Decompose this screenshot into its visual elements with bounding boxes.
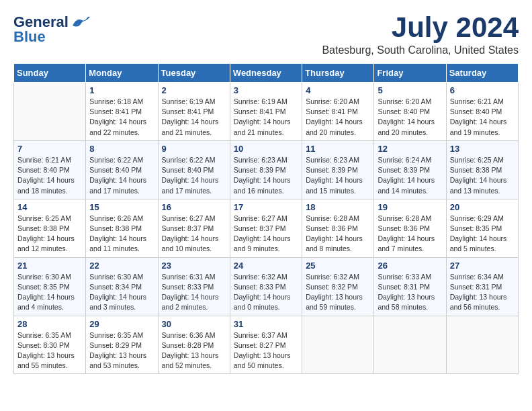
day-number: 13	[450, 144, 515, 154]
day-number: 29	[89, 319, 154, 329]
day-number: 14	[17, 202, 82, 212]
day-info: Sunrise: 6:23 AMSunset: 8:39 PMDaylight:…	[234, 155, 298, 196]
calendar-cell: 11Sunrise: 6:23 AMSunset: 8:39 PMDayligh…	[302, 140, 374, 199]
day-number: 27	[450, 261, 515, 271]
weekday-header: Tuesday	[158, 64, 230, 83]
day-number: 20	[450, 202, 515, 212]
calendar-cell: 5Sunrise: 6:20 AMSunset: 8:40 PMDaylight…	[374, 83, 446, 141]
location-title: Batesburg, South Carolina, United States	[322, 44, 519, 56]
day-number: 16	[162, 202, 226, 212]
day-number: 21	[17, 261, 82, 271]
page-header: General Blue July 2024 Batesburg, South …	[13, 13, 519, 56]
day-number: 18	[306, 202, 370, 212]
day-number: 30	[162, 319, 226, 329]
calendar-cell: 1Sunrise: 6:18 AMSunset: 8:41 PMDaylight…	[86, 83, 158, 141]
day-info: Sunrise: 6:19 AMSunset: 8:41 PMDaylight:…	[162, 97, 226, 138]
calendar-cell: 26Sunrise: 6:33 AMSunset: 8:31 PMDayligh…	[374, 257, 446, 316]
calendar-cell: 29Sunrise: 6:35 AMSunset: 8:29 PMDayligh…	[86, 316, 158, 374]
calendar-cell: 16Sunrise: 6:27 AMSunset: 8:37 PMDayligh…	[158, 199, 230, 257]
day-number: 2	[162, 85, 226, 95]
day-number: 17	[234, 202, 298, 212]
day-number: 7	[17, 144, 82, 154]
calendar-cell: 19Sunrise: 6:28 AMSunset: 8:36 PMDayligh…	[374, 199, 446, 257]
calendar-cell: 6Sunrise: 6:21 AMSunset: 8:40 PMDaylight…	[446, 83, 518, 141]
day-number: 25	[306, 261, 370, 271]
calendar-cell: 13Sunrise: 6:25 AMSunset: 8:38 PMDayligh…	[446, 140, 518, 199]
weekday-header: Saturday	[446, 64, 518, 83]
day-info: Sunrise: 6:32 AMSunset: 8:32 PMDaylight:…	[306, 272, 370, 313]
day-number: 28	[17, 319, 82, 329]
calendar-cell: 24Sunrise: 6:32 AMSunset: 8:33 PMDayligh…	[230, 257, 302, 316]
calendar-cell: 14Sunrise: 6:25 AMSunset: 8:38 PMDayligh…	[14, 199, 86, 257]
weekday-header: Sunday	[14, 64, 86, 83]
day-info: Sunrise: 6:35 AMSunset: 8:29 PMDaylight:…	[89, 330, 154, 371]
calendar-cell: 3Sunrise: 6:19 AMSunset: 8:41 PMDaylight…	[230, 83, 302, 141]
calendar-cell: 21Sunrise: 6:30 AMSunset: 8:35 PMDayligh…	[14, 257, 86, 316]
calendar-cell	[374, 316, 446, 374]
day-number: 1	[89, 85, 154, 95]
day-info: Sunrise: 6:21 AMSunset: 8:40 PMDaylight:…	[450, 97, 515, 138]
day-number: 3	[234, 85, 298, 95]
day-info: Sunrise: 6:20 AMSunset: 8:40 PMDaylight:…	[378, 97, 442, 138]
day-info: Sunrise: 6:25 AMSunset: 8:38 PMDaylight:…	[17, 214, 82, 255]
day-info: Sunrise: 6:33 AMSunset: 8:31 PMDaylight:…	[378, 272, 442, 313]
calendar-table: SundayMondayTuesdayWednesdayThursdayFrid…	[13, 63, 519, 374]
day-info: Sunrise: 6:18 AMSunset: 8:41 PMDaylight:…	[89, 97, 154, 138]
calendar-cell	[302, 316, 374, 374]
logo-text-blue: Blue	[13, 28, 46, 46]
calendar-cell: 17Sunrise: 6:27 AMSunset: 8:37 PMDayligh…	[230, 199, 302, 257]
calendar-week-row: 21Sunrise: 6:30 AMSunset: 8:35 PMDayligh…	[14, 257, 519, 316]
month-title: July 2024	[322, 13, 519, 42]
day-info: Sunrise: 6:35 AMSunset: 8:30 PMDaylight:…	[17, 330, 82, 371]
day-info: Sunrise: 6:19 AMSunset: 8:41 PMDaylight:…	[234, 97, 298, 138]
day-info: Sunrise: 6:22 AMSunset: 8:40 PMDaylight:…	[89, 155, 154, 196]
calendar-cell: 28Sunrise: 6:35 AMSunset: 8:30 PMDayligh…	[14, 316, 86, 374]
day-info: Sunrise: 6:27 AMSunset: 8:37 PMDaylight:…	[162, 214, 226, 255]
calendar-cell: 25Sunrise: 6:32 AMSunset: 8:32 PMDayligh…	[302, 257, 374, 316]
day-number: 26	[378, 261, 442, 271]
calendar-week-row: 7Sunrise: 6:21 AMSunset: 8:40 PMDaylight…	[14, 140, 519, 199]
day-info: Sunrise: 6:36 AMSunset: 8:28 PMDaylight:…	[162, 330, 226, 371]
calendar-week-row: 28Sunrise: 6:35 AMSunset: 8:30 PMDayligh…	[14, 316, 519, 374]
weekday-header: Friday	[374, 64, 446, 83]
day-info: Sunrise: 6:26 AMSunset: 8:38 PMDaylight:…	[89, 214, 154, 255]
day-number: 4	[306, 85, 370, 95]
weekday-header: Monday	[86, 64, 158, 83]
calendar-cell: 8Sunrise: 6:22 AMSunset: 8:40 PMDaylight…	[86, 140, 158, 199]
day-number: 9	[162, 144, 226, 154]
logo-bird-icon	[71, 16, 90, 28]
calendar-cell	[14, 83, 86, 141]
title-area: July 2024 Batesburg, South Carolina, Uni…	[322, 13, 519, 56]
day-number: 12	[378, 144, 442, 154]
calendar-cell: 31Sunrise: 6:37 AMSunset: 8:27 PMDayligh…	[230, 316, 302, 374]
day-number: 19	[378, 202, 442, 212]
day-info: Sunrise: 6:22 AMSunset: 8:40 PMDaylight:…	[162, 155, 226, 196]
calendar-cell: 27Sunrise: 6:34 AMSunset: 8:31 PMDayligh…	[446, 257, 518, 316]
day-info: Sunrise: 6:31 AMSunset: 8:33 PMDaylight:…	[162, 272, 226, 313]
day-number: 15	[89, 202, 154, 212]
day-info: Sunrise: 6:27 AMSunset: 8:37 PMDaylight:…	[234, 214, 298, 255]
day-info: Sunrise: 6:30 AMSunset: 8:35 PMDaylight:…	[17, 272, 82, 313]
logo: General Blue	[13, 13, 90, 46]
day-info: Sunrise: 6:37 AMSunset: 8:27 PMDaylight:…	[234, 330, 298, 371]
calendar-cell: 18Sunrise: 6:28 AMSunset: 8:36 PMDayligh…	[302, 199, 374, 257]
day-number: 6	[450, 85, 515, 95]
day-number: 24	[234, 261, 298, 271]
day-number: 11	[306, 144, 370, 154]
calendar-week-row: 14Sunrise: 6:25 AMSunset: 8:38 PMDayligh…	[14, 199, 519, 257]
day-info: Sunrise: 6:30 AMSunset: 8:34 PMDaylight:…	[89, 272, 154, 313]
calendar-cell: 9Sunrise: 6:22 AMSunset: 8:40 PMDaylight…	[158, 140, 230, 199]
calendar-cell	[446, 316, 518, 374]
calendar-week-row: 1Sunrise: 6:18 AMSunset: 8:41 PMDaylight…	[14, 83, 519, 141]
weekday-header: Thursday	[302, 64, 374, 83]
calendar-cell: 12Sunrise: 6:24 AMSunset: 8:39 PMDayligh…	[374, 140, 446, 199]
day-number: 22	[89, 261, 154, 271]
day-info: Sunrise: 6:21 AMSunset: 8:40 PMDaylight:…	[17, 155, 82, 196]
calendar-cell: 30Sunrise: 6:36 AMSunset: 8:28 PMDayligh…	[158, 316, 230, 374]
day-info: Sunrise: 6:20 AMSunset: 8:41 PMDaylight:…	[306, 97, 370, 138]
calendar-cell: 2Sunrise: 6:19 AMSunset: 8:41 PMDaylight…	[158, 83, 230, 141]
calendar-cell: 10Sunrise: 6:23 AMSunset: 8:39 PMDayligh…	[230, 140, 302, 199]
day-info: Sunrise: 6:32 AMSunset: 8:33 PMDaylight:…	[234, 272, 298, 313]
day-number: 23	[162, 261, 226, 271]
day-info: Sunrise: 6:23 AMSunset: 8:39 PMDaylight:…	[306, 155, 370, 196]
